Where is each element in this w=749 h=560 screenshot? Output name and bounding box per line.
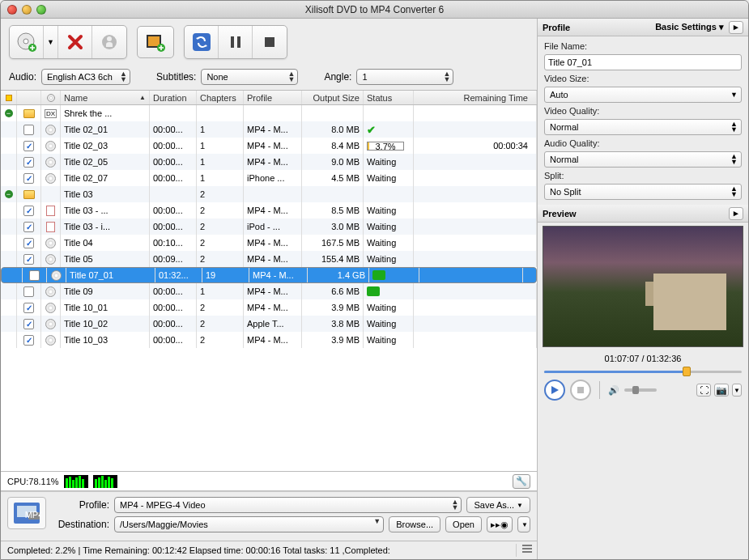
- settings-wrench-button[interactable]: 🔧: [513, 474, 530, 489]
- profile-panel-title: Profile: [543, 23, 570, 32]
- col-expand[interactable]: [1, 91, 17, 104]
- browse-button[interactable]: Browse...: [389, 516, 440, 532]
- preview-controls: 🔊 ⛶ 📷 ▼: [538, 376, 748, 404]
- table-row[interactable]: Title 02_0100:00...1MP4 - M...8.0 MB✔: [1, 121, 537, 138]
- table-row[interactable]: Title 02_0300:00...1MP4 - M...8.4 MB3.7%…: [1, 138, 537, 154]
- col-icon[interactable]: [41, 91, 61, 104]
- row-checkbox[interactable]: [23, 319, 34, 329]
- fullscreen-button[interactable]: ⛶: [696, 384, 711, 397]
- preview-stop-button[interactable]: [570, 380, 591, 401]
- preview-expand-button[interactable]: ▸: [729, 207, 743, 220]
- volume-icon[interactable]: 🔊: [608, 385, 619, 396]
- table-row[interactable]: Title 0900:00...1MP4 - M...6.6 MB: [1, 283, 537, 299]
- row-name: Title 09: [61, 283, 150, 299]
- row-checkbox[interactable]: [23, 222, 34, 232]
- table-body[interactable]: −DXShrek the ...Title 02_0100:00...1MP4 …: [1, 105, 537, 471]
- col-check[interactable]: [17, 91, 41, 104]
- row-chapters: 2: [197, 235, 244, 251]
- col-name[interactable]: Name▲: [61, 91, 150, 104]
- disc-icon: [45, 254, 56, 265]
- videosize-select[interactable]: Auto▼: [544, 87, 742, 103]
- basic-settings-toggle[interactable]: Basic Settings ▾: [655, 22, 724, 32]
- table-row[interactable]: Title 02_0500:00...1MP4 - M...9.0 MBWait…: [1, 154, 537, 170]
- row-checkbox[interactable]: [23, 125, 34, 135]
- row-checkbox[interactable]: [23, 335, 34, 346]
- row-profile: MP4 - M...: [244, 251, 302, 267]
- row-checkbox[interactable]: [23, 173, 34, 184]
- col-remaining[interactable]: Remaining Time: [414, 91, 537, 104]
- split-select[interactable]: No Split▲▼: [544, 184, 742, 200]
- col-output-size[interactable]: Output Size: [302, 91, 364, 104]
- collapse-icon[interactable]: −: [5, 109, 13, 117]
- info-button[interactable]: [92, 26, 126, 58]
- audioquality-select[interactable]: Normal▲▼: [544, 151, 742, 168]
- angle-select[interactable]: 1▲▼: [356, 69, 453, 85]
- table-row[interactable]: Title 10_0200:00...2Apple T...3.8 MBWait…: [1, 316, 537, 332]
- row-name: Title 07_01: [66, 268, 155, 282]
- row-checkbox[interactable]: [29, 270, 40, 281]
- videoquality-select[interactable]: Normal▲▼: [544, 119, 742, 135]
- audio-select[interactable]: English AC3 6ch▲▼: [41, 69, 130, 85]
- open-button[interactable]: Open: [445, 516, 482, 532]
- col-chapters[interactable]: Chapters: [197, 91, 244, 104]
- row-checkbox[interactable]: [23, 157, 34, 168]
- col-duration[interactable]: Duration: [150, 91, 197, 104]
- table-row[interactable]: Title 02_0700:00...1iPhone ...4.5 MBWait…: [1, 170, 537, 186]
- table-row[interactable]: Title 03 - ...00:00...2MP4 - M...8.5 MBW…: [1, 202, 537, 218]
- profile-panel-expand-button[interactable]: ▸: [729, 21, 743, 34]
- col-status[interactable]: Status: [364, 91, 414, 104]
- row-duration: 00:00...: [150, 332, 197, 348]
- preview-play-button[interactable]: [544, 380, 565, 401]
- row-status: [364, 283, 414, 299]
- destination-select[interactable]: /Users/Maggie/Movies▼: [114, 516, 384, 532]
- table-row[interactable]: Title 03 - i...00:00...2iPod - ...3.0 MB…: [1, 218, 537, 235]
- table-row[interactable]: Title 10_0300:00...2MP4 - M...3.9 MBWait…: [1, 332, 537, 348]
- convert-button[interactable]: [185, 26, 219, 58]
- table-row[interactable]: Title 0500:09...2MP4 - M...155.4 MBWaiti…: [1, 251, 537, 267]
- snapshot-button[interactable]: 📷: [714, 384, 729, 397]
- row-checkbox[interactable]: [23, 141, 34, 151]
- disc-icon: [45, 238, 56, 248]
- preview-slider[interactable]: [544, 367, 742, 376]
- collapse-icon[interactable]: −: [5, 190, 13, 198]
- profile-select[interactable]: MP4 - MPEG-4 Video▲▼: [114, 497, 462, 513]
- add-clip-button[interactable]: [137, 26, 174, 58]
- table-row[interactable]: Title 0400:10...2MP4 - M...167.5 MBWaiti…: [1, 235, 537, 251]
- add-disc-dropdown[interactable]: ▼: [44, 26, 58, 58]
- subtitles-select[interactable]: None▲▼: [201, 69, 298, 85]
- save-as-button[interactable]: Save As... ▼: [466, 497, 530, 513]
- delete-button[interactable]: [58, 26, 92, 58]
- status-list-icon[interactable]: [516, 544, 530, 557]
- chevron-right-icon: ▸: [734, 22, 738, 32]
- row-profile: MP4 - M...: [244, 138, 302, 154]
- table-row[interactable]: Title 07_0101:32...19MP4 - M...1.4 GB: [1, 267, 537, 283]
- row-checkbox[interactable]: [23, 254, 34, 265]
- row-checkbox[interactable]: [23, 303, 34, 313]
- skip-forward-button[interactable]: ▸▸◉: [487, 516, 513, 532]
- row-size: 4.5 MB: [302, 170, 364, 186]
- cpu-bar: CPU:78.11% 🔧: [1, 472, 537, 491]
- col-profile[interactable]: Profile: [244, 91, 302, 104]
- table-row[interactable]: −DXShrek the ...: [1, 105, 537, 121]
- row-checkbox[interactable]: [23, 206, 34, 216]
- snapshot-dropdown[interactable]: ▼: [732, 384, 742, 397]
- delete-x-icon: [66, 33, 84, 51]
- volume-slider[interactable]: [624, 388, 657, 392]
- skip-dropdown[interactable]: ▼: [517, 516, 530, 532]
- wrench-icon: 🔧: [516, 476, 527, 486]
- row-chapters: 19: [202, 268, 249, 282]
- preview-slider-thumb[interactable]: [683, 367, 691, 376]
- table-row[interactable]: −Title 032: [1, 186, 537, 202]
- row-size: [302, 105, 364, 121]
- filename-input[interactable]: Title 07_01: [544, 54, 742, 70]
- main-toolbar: ▼: [1, 19, 537, 66]
- row-checkbox[interactable]: [23, 238, 34, 248]
- stop-button[interactable]: [253, 26, 287, 58]
- pause-button[interactable]: [219, 26, 253, 58]
- add-disc-button[interactable]: [10, 26, 44, 58]
- preview-title: Preview: [543, 209, 577, 218]
- row-checkbox[interactable]: [23, 286, 34, 297]
- table-row[interactable]: Title 10_0100:00...2MP4 - M...3.9 MBWait…: [1, 299, 537, 316]
- preview-viewport[interactable]: [543, 226, 743, 347]
- document-icon: [46, 222, 55, 232]
